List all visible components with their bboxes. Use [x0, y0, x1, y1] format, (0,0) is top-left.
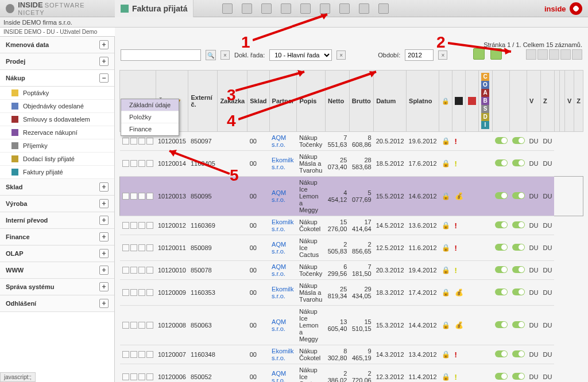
col-header[interactable] [466, 71, 479, 132]
table-row[interactable]: 1012001185008900AQM s.r.o.Nákup Ice Cact… [120, 235, 583, 261]
row-copy-icon[interactable] [130, 160, 137, 167]
col-header[interactable]: Externí č. [188, 71, 218, 132]
sidebar-item[interactable]: Smlouvy s dodavatelem [0, 113, 114, 126]
pager-first[interactable] [526, 49, 536, 60]
cell-partner[interactable]: AQM s.r.o. [269, 364, 297, 383]
row-doc-icon[interactable] [138, 289, 145, 296]
col-header[interactable]: Partner [269, 71, 297, 132]
col-header[interactable]: Zakázka [218, 71, 247, 132]
row-doc-icon[interactable] [138, 322, 145, 329]
plus-icon[interactable]: + [99, 216, 109, 225]
obd-input[interactable] [405, 49, 434, 61]
col-header[interactable]: Splatno [407, 71, 439, 132]
row-copy-icon[interactable] [130, 138, 137, 145]
col-header[interactable]: Z [541, 71, 555, 132]
cell-partner[interactable]: Ekomilk s.r.o. [269, 216, 297, 235]
sidebar-item[interactable]: Poptávky [0, 87, 114, 100]
sidebar-item[interactable]: Dodací listy přijaté [0, 153, 114, 166]
toggle-2[interactable] [512, 192, 525, 199]
row-copy-icon[interactable] [130, 289, 137, 296]
toggle-1[interactable] [495, 159, 508, 166]
cell-partner[interactable]: AQM s.r.o. [269, 132, 297, 151]
row-open-icon[interactable] [122, 244, 129, 251]
col-header[interactable] [510, 71, 527, 132]
table-row[interactable]: 10120014116040500Ekomilk s.r.o.Nákup Más… [120, 151, 583, 177]
toggle-1[interactable] [495, 373, 508, 380]
pager-last[interactable] [560, 49, 571, 60]
toggle-2[interactable] [512, 321, 525, 328]
toggle-1[interactable] [495, 137, 508, 144]
sidebar-group[interactable]: Finance+ [0, 229, 114, 245]
toggle-1[interactable] [495, 289, 508, 295]
clear-search[interactable]: × [220, 50, 230, 60]
table-row[interactable]: 10120007116034800Ekomilk s.r.o.Nákup Čok… [120, 345, 583, 364]
col-header[interactable]: V [527, 71, 541, 132]
table-row[interactable]: 1012000685005200AQM s.r.o.Nákup Ice Cact… [120, 364, 583, 383]
toggle-1[interactable] [495, 244, 508, 251]
col-header[interactable]: Brutto [349, 71, 373, 132]
plus-icon[interactable]: + [99, 182, 109, 192]
col-header[interactable]: 🔒 [439, 71, 452, 132]
sidebar-group[interactable]: Nákup− [0, 70, 114, 87]
toggle-1[interactable] [495, 350, 508, 357]
book-icon[interactable] [339, 3, 350, 14]
col-header[interactable]: Datum [374, 71, 407, 132]
cell-partner[interactable]: AQM s.r.o. [269, 261, 297, 280]
plus-icon[interactable]: + [99, 199, 109, 208]
export-csv-icon[interactable] [490, 48, 502, 60]
plus-icon[interactable]: + [99, 282, 109, 291]
pager-next[interactable] [549, 49, 559, 60]
toggle-2[interactable] [512, 221, 525, 228]
print-icon[interactable] [359, 3, 369, 14]
row-doc-icon[interactable] [138, 222, 145, 229]
search-input[interactable] [121, 49, 201, 61]
toggle-2[interactable] [512, 373, 525, 380]
row-copy-icon[interactable] [130, 244, 137, 251]
table-row[interactable]: 1012000885006300AQM s.r.o.Nákup Ice Lemo… [120, 306, 583, 345]
row-doc-icon[interactable] [138, 351, 145, 358]
plus-icon[interactable]: + [99, 299, 109, 308]
sidebar-group[interactable]: Výroba+ [0, 196, 114, 212]
row-doc-icon[interactable] [138, 138, 145, 145]
row-doc-icon[interactable] [138, 244, 145, 251]
pager-reload[interactable] [572, 49, 582, 60]
pager-prev[interactable] [537, 49, 548, 60]
row-text-icon[interactable] [146, 138, 153, 145]
row-copy-icon[interactable] [130, 267, 137, 274]
col-header[interactable]: Z [574, 71, 583, 132]
table-row[interactable]: 10120009116035300Ekomilk s.r.o.Nákup Más… [120, 280, 583, 306]
row-copy-icon[interactable] [130, 193, 137, 200]
row-open-icon[interactable] [122, 373, 129, 380]
dokl-select[interactable]: 10 - Hlavní řada [269, 49, 332, 61]
search-icon[interactable]: 🔍 [206, 50, 216, 60]
row-open-icon[interactable] [122, 289, 129, 296]
col-header[interactable]: Popis [297, 71, 326, 132]
row-doc-icon[interactable] [138, 193, 145, 200]
table-row[interactable]: 1012001385009500AQM s.r.o.Nákup Ice Lemo… [120, 177, 583, 216]
sidebar-group[interactable]: Prodej+ [0, 53, 114, 70]
clear-dokl[interactable]: × [336, 50, 346, 60]
row-text-icon[interactable] [146, 289, 153, 296]
toggle-2[interactable] [512, 266, 525, 273]
export-icon[interactable] [281, 3, 291, 14]
table-row[interactable]: 1012001085007800AQM s.r.o.Nákup Točenky6… [120, 261, 583, 280]
ctx-basic[interactable]: Základní údaje [121, 99, 179, 111]
add-icon[interactable] [242, 3, 252, 14]
toggle-1[interactable] [495, 266, 508, 273]
row-text-icon[interactable] [146, 244, 153, 251]
row-text-icon[interactable] [146, 373, 153, 380]
row-doc-icon[interactable] [138, 160, 145, 167]
sidebar-item[interactable]: Rezervace nákupní [0, 126, 114, 139]
row-open-icon[interactable] [122, 160, 129, 167]
row-copy-icon[interactable] [130, 222, 137, 229]
minus-icon[interactable]: − [99, 73, 109, 83]
col-header[interactable]: Sklad [247, 71, 269, 132]
sidebar-group[interactable]: OLAP+ [0, 245, 114, 262]
col-header[interactable] [452, 71, 466, 132]
toggle-1[interactable] [495, 192, 508, 199]
row-open-icon[interactable] [122, 267, 129, 274]
row-text-icon[interactable] [146, 193, 153, 200]
sidebar-item[interactable]: Faktury přijaté [0, 166, 114, 179]
row-text-icon[interactable] [146, 222, 153, 229]
row-open-icon[interactable] [122, 322, 129, 329]
